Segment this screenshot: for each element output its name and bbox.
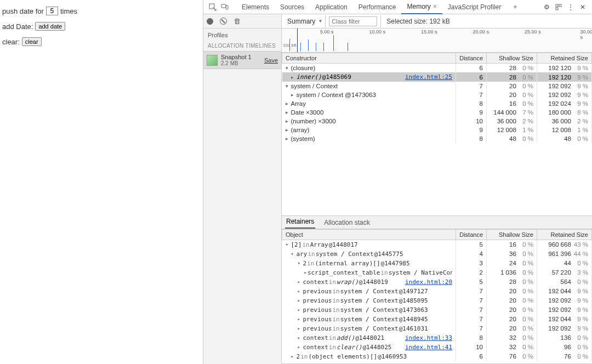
retainer-row[interactable]: ▸previous in system / Context @147306372… xyxy=(282,305,592,315)
expander-icon[interactable]: ▾ xyxy=(286,65,291,71)
retainer-row[interactable]: ▸2 in (object elements)[] @1460953676 0 … xyxy=(282,352,592,361)
profiles-sidebar: Profiles ALLOCATION TIMELINES Snapshot 1… xyxy=(203,14,282,364)
constructor-row[interactable]: ▸system / Context @1473063720 0 %192 092… xyxy=(282,90,592,99)
constructor-row[interactable]: ▸(system)848 0 %48 0 % xyxy=(282,134,592,143)
snapshot-item[interactable]: Snapshot 1 2.2 MB Save xyxy=(203,51,281,69)
tab-javascript-profiler[interactable]: JavaScript Profiler xyxy=(442,0,506,14)
expander-icon[interactable]: ▸ xyxy=(286,101,291,106)
retainers-table: Object Distance Shallow Size Retained Si… xyxy=(282,229,592,361)
tab-retainers[interactable]: Retainers xyxy=(285,215,315,229)
settings-icon[interactable]: ⚙ xyxy=(540,1,553,13)
push-times-input[interactable] xyxy=(46,7,58,15)
summary-mode-select[interactable]: Summary xyxy=(282,15,326,27)
clear-profiles-icon[interactable] xyxy=(220,18,227,25)
customize-icon[interactable] xyxy=(553,1,565,13)
clear-button[interactable]: clear xyxy=(22,37,42,46)
col-distance[interactable]: Distance xyxy=(456,53,487,64)
col-shallow[interactable]: Shallow Size xyxy=(487,53,537,64)
expander-icon[interactable]: ▸ xyxy=(286,118,291,124)
retainer-row[interactable]: ▸previous in system / Context @144894572… xyxy=(282,315,592,324)
allocation-timelines-heading: ALLOCATION TIMELINES xyxy=(203,41,281,51)
push-label-b: times xyxy=(60,7,77,15)
timeline-bar xyxy=(289,39,290,51)
ret-col-retained[interactable]: Retained Size xyxy=(537,229,592,240)
more-icon[interactable]: ⋮ xyxy=(565,1,577,13)
expander-icon[interactable]: ▸ xyxy=(291,354,296,359)
retainer-row[interactable]: ▸context in add() @1448021index.html:338… xyxy=(282,333,592,343)
source-link[interactable]: index.html:20 xyxy=(405,278,452,286)
svg-rect-5 xyxy=(556,8,558,10)
source-link[interactable]: index.html:41 xyxy=(405,344,452,351)
timeline-cursor[interactable] xyxy=(297,29,298,52)
expander-icon[interactable]: ▾ xyxy=(298,260,303,266)
retainer-row[interactable]: ▾2 in (internal array)[] @1447985324 0 %… xyxy=(282,259,592,268)
add-tab-icon[interactable]: ＋ xyxy=(506,0,524,14)
expander-icon[interactable]: ▸ xyxy=(304,270,307,275)
expander-icon[interactable]: ▸ xyxy=(291,92,296,98)
retainer-row[interactable]: ▸script_context_table in system / Native… xyxy=(282,268,592,277)
close-tab-icon[interactable]: × xyxy=(433,3,437,10)
svg-rect-1 xyxy=(221,4,226,8)
timeline-bar xyxy=(348,43,348,51)
constructor-row[interactable]: ▸Array816 0 %192 024 9 % xyxy=(282,99,592,108)
expander-icon[interactable]: ▾ xyxy=(286,83,291,89)
tab-allocation-stack[interactable]: Allocation stack xyxy=(323,217,371,229)
expander-icon[interactable]: ▾ xyxy=(291,251,296,257)
expander-icon[interactable]: ▸ xyxy=(298,344,303,350)
constructor-row[interactable]: ▸(number) ×30001036 000 2 %36 000 2 % xyxy=(282,117,592,126)
snapshot-save-link[interactable]: Save xyxy=(264,57,278,64)
tab-memory[interactable]: Memory× xyxy=(401,0,442,14)
delete-icon[interactable] xyxy=(234,17,241,25)
retainer-row[interactable]: ▸context in wrap() @1448019index.html:20… xyxy=(282,277,592,287)
expander-icon[interactable]: ▸ xyxy=(298,326,303,331)
col-retained[interactable]: Retained Size xyxy=(537,53,592,64)
retainer-row[interactable]: ▸previous in system / Context @148509572… xyxy=(282,296,592,305)
inspect-icon[interactable] xyxy=(207,1,219,13)
close-icon[interactable]: ✕ xyxy=(577,1,589,13)
ret-col-object[interactable]: Object xyxy=(282,229,456,240)
devtools-tabs: ElementsSourcesApplicationPerformanceMem… xyxy=(203,0,592,14)
tab-sources[interactable]: Sources xyxy=(275,0,310,14)
timeline-bar xyxy=(316,43,316,51)
retainer-row[interactable]: ▸context in clear() @1448025index.html:4… xyxy=(282,343,592,352)
source-link[interactable]: index.html:25 xyxy=(405,73,452,81)
source-link[interactable]: index.html:33 xyxy=(405,334,452,342)
expander-icon[interactable]: ▸ xyxy=(286,136,291,141)
allocation-timeline[interactable]: 5.00 s10.00 s15.00 s20.00 s25.00 s30.00 … xyxy=(282,29,592,53)
expander-icon[interactable]: ▸ xyxy=(286,127,291,133)
retainer-row[interactable]: ▸previous in system / Context @146103172… xyxy=(282,324,592,333)
tab-elements[interactable]: Elements xyxy=(236,0,275,14)
svg-rect-4 xyxy=(559,4,561,7)
ret-col-shallow[interactable]: Shallow Size xyxy=(487,229,537,240)
retainer-row[interactable]: ▾ary in system / Context @1445775436 0 %… xyxy=(282,249,592,259)
expander-icon[interactable]: ▸ xyxy=(298,279,303,285)
constructor-row[interactable]: ▸Date ×30009144 000 7 %180 000 8 % xyxy=(282,108,592,117)
expander-icon[interactable]: ▸ xyxy=(298,288,303,294)
expander-icon[interactable]: ▸ xyxy=(298,298,303,303)
col-constructor[interactable]: Constructor xyxy=(282,53,456,64)
timeline-bar xyxy=(323,43,324,51)
constructor-row[interactable]: ▸inner() @1485069index.html:25628 0 %192… xyxy=(282,72,592,82)
expander-icon[interactable]: ▸ xyxy=(298,316,303,322)
retainer-row[interactable]: ▸previous in system / Context @149712772… xyxy=(282,287,592,296)
expander-icon[interactable]: ▸ xyxy=(298,307,303,312)
constructor-row[interactable]: ▸(array)912 008 1 %12 008 1 % xyxy=(282,126,592,134)
svg-rect-2 xyxy=(226,5,228,9)
tab-performance[interactable]: Performance xyxy=(353,0,402,14)
expander-icon[interactable]: ▸ xyxy=(298,335,303,340)
device-icon[interactable] xyxy=(219,1,231,13)
record-icon[interactable] xyxy=(207,18,213,25)
class-filter-input[interactable] xyxy=(329,16,377,26)
snapshot-name: Snapshot 1 xyxy=(221,54,261,60)
expander-icon[interactable]: ▸ xyxy=(286,110,291,115)
constructor-row[interactable]: ▾system / Context720 0 %192 092 9 % xyxy=(282,82,592,90)
timeline-tick: 5.00 s xyxy=(320,29,334,35)
expander-icon[interactable]: ▾ xyxy=(286,242,291,247)
add-date-button[interactable]: add date xyxy=(35,22,65,31)
ret-col-distance[interactable]: Distance xyxy=(456,229,487,240)
retainer-row[interactable]: ▾[2] in Array @1448017516 0 %960 668 43 … xyxy=(282,240,592,249)
constructor-row[interactable]: ▾(closure)628 0 %192 120 9 % xyxy=(282,64,592,73)
timeline-tick: 15.00 s xyxy=(421,29,437,35)
tab-application[interactable]: Application xyxy=(310,0,353,14)
expander-icon[interactable]: ▸ xyxy=(291,75,296,80)
